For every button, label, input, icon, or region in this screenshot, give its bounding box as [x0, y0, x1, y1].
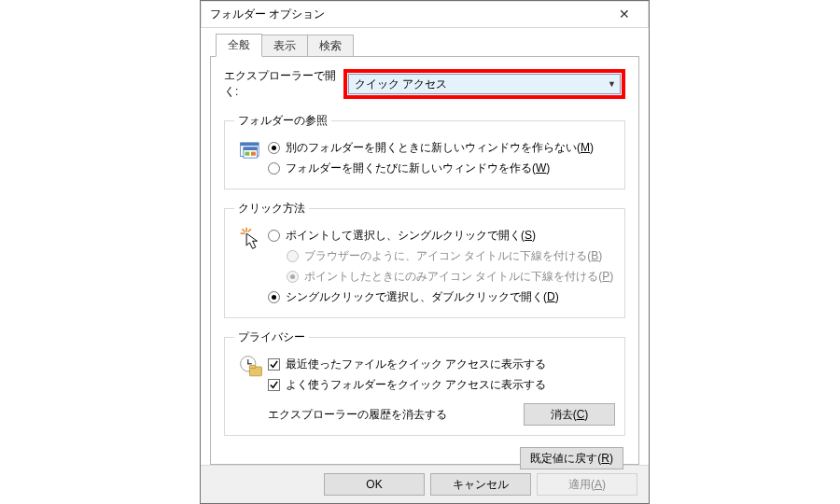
folder-options-dialog: フォルダー オプション ✕ 全般 表示 検索 エクスプローラーで開く: クイック… [200, 0, 650, 504]
restore-defaults-button[interactable]: 既定値に戻す(R) [520, 447, 623, 469]
svg-line-9 [248, 230, 251, 232]
svg-rect-3 [244, 147, 258, 150]
svg-rect-4 [245, 152, 250, 156]
click-sub-browser-underline: ブラウザーのように、アイコン タイトルに下線を付ける(B) [287, 246, 615, 265]
group-browse-legend: フォルダーの参照 [234, 113, 331, 129]
dialog-content: 全般 表示 検索 エクスプローラーで開く: クイック アクセス ▼ フォルダーの… [201, 28, 649, 465]
browse-folders-icon [234, 136, 268, 162]
apply-button[interactable]: 適用(A) [537, 473, 637, 496]
tab-panel-general: エクスプローラーで開く: クイック アクセス ▼ フォルダーの参照 [210, 56, 639, 465]
svg-rect-15 [249, 366, 256, 369]
close-icon: ✕ [619, 7, 630, 21]
ok-button[interactable]: OK [324, 473, 425, 496]
radio-icon [268, 162, 280, 175]
click-icon [234, 224, 268, 250]
svg-rect-5 [251, 152, 256, 156]
radio-icon [268, 142, 280, 154]
group-browse-folders: フォルダーの参照 [224, 113, 625, 189]
group-privacy: プライバシー [224, 329, 625, 436]
open-explorer-label: エクスプローラーで開く: [224, 68, 343, 100]
checkbox-icon [268, 358, 280, 371]
window-title: フォルダー オプション [210, 7, 606, 22]
radio-icon [287, 250, 299, 262]
clear-history-label: エクスプローラーの履歴を消去する [268, 407, 524, 423]
click-opt-single[interactable]: ポイントして選択し、シングルクリックで開く(S) [268, 226, 615, 245]
tab-general[interactable]: 全般 [216, 34, 262, 57]
close-button[interactable]: ✕ [606, 1, 643, 27]
tab-search[interactable]: 検索 [307, 35, 354, 57]
checkbox-icon [268, 379, 280, 391]
clear-history-button[interactable]: 消去(C) [524, 403, 615, 426]
combo-selected-text: クイック アクセス [355, 77, 608, 92]
radio-icon [268, 230, 280, 242]
privacy-icon [234, 353, 268, 379]
open-explorer-combo[interactable]: クイック アクセス ▼ [348, 74, 621, 94]
group-click-items: クリック方法 ポイントして選択 [224, 201, 625, 318]
tab-view[interactable]: 表示 [261, 35, 308, 57]
privacy-check-recent-files[interactable]: 最近使ったファイルをクイック アクセスに表示する [268, 355, 615, 373]
dialog-footer: OK キャンセル 適用(A) [201, 465, 649, 503]
click-sub-point-underline: ポイントしたときにのみアイコン タイトルに下線を付ける(P) [287, 267, 615, 286]
tab-strip: 全般 表示 検索 [216, 34, 639, 56]
privacy-check-frequent-folders[interactable]: よく使うフォルダーをクイック アクセスに表示する [268, 375, 615, 394]
click-opt-double[interactable]: シングルクリックで選択し、ダブルクリックで開く(D) [268, 287, 615, 306]
radio-icon [287, 271, 299, 283]
svg-rect-1 [241, 143, 259, 146]
browse-opt-same-window[interactable]: 別のフォルダーを開くときに新しいウィンドウを作らない(M) [268, 138, 615, 157]
open-explorer-row: エクスプローラーで開く: クイック アクセス ▼ [224, 68, 625, 100]
highlight-annotation: クイック アクセス ▼ [343, 69, 625, 99]
svg-line-8 [242, 230, 245, 232]
group-click-legend: クリック方法 [234, 201, 309, 217]
group-privacy-legend: プライバシー [234, 329, 309, 345]
cancel-button[interactable]: キャンセル [430, 473, 531, 496]
titlebar[interactable]: フォルダー オプション ✕ [201, 1, 649, 28]
chevron-down-icon: ▼ [608, 79, 616, 89]
radio-icon [268, 291, 280, 303]
browse-opt-new-window[interactable]: フォルダーを開くたびに新しいウィンドウを作る(W) [268, 159, 615, 177]
